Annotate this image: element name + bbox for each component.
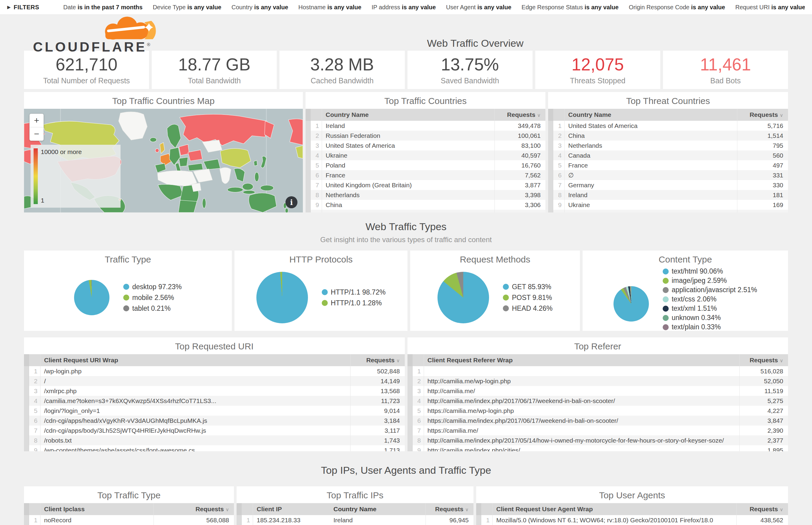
row-index: 4 — [553, 150, 565, 160]
legend-item: POST 9.81% — [503, 294, 552, 302]
column-header[interactable]: Requests ∨ — [350, 354, 405, 366]
column-header[interactable]: Country Name — [330, 503, 426, 515]
traffic-map-card: Top Traffic Countries Map — [24, 92, 303, 212]
cell: http://camilia.me/index.php/2017/05/14/h… — [424, 435, 740, 445]
legend-dot-icon — [663, 296, 669, 302]
registered-mark: ® — [147, 42, 150, 47]
table-gutter — [476, 503, 481, 515]
table-gutter — [24, 354, 29, 366]
legend-item: text/plain 0.33% — [663, 323, 757, 331]
table-gutter — [24, 376, 29, 386]
card-title: Top Traffic Countries — [306, 92, 545, 109]
top-referer-card: Top Referer Client Request Referer WrapR… — [408, 338, 788, 451]
traffic-ips-table: Client IPCountry NameRequests ∨1185.234.… — [237, 503, 473, 525]
cell: Netherlands — [322, 190, 494, 200]
pie-row: Traffic Type desktop 97.23%mobile 2.56%t… — [24, 251, 788, 331]
traffic-countries-table: Country NameRequests ∨1Ireland349,4782Ru… — [306, 109, 545, 212]
cell: noRecord — [41, 515, 153, 525]
threat-countries-table: Country NameRequests ∨1United States of … — [548, 109, 788, 212]
column-header[interactable]: Client IP — [253, 503, 330, 515]
table-row: 3http://camilia.me/11,519 — [408, 386, 788, 396]
cell: /wp-login.php — [41, 366, 350, 376]
column-header[interactable]: Requests ∨ — [736, 503, 788, 515]
table-row: 8Netherlands3,398 — [306, 190, 545, 200]
row-index: 3 — [553, 140, 565, 150]
cell: 568,088 — [153, 515, 234, 525]
column-header[interactable]: Country Name — [565, 109, 737, 121]
filters-expand-icon[interactable]: ▶ — [7, 4, 11, 10]
legend-gradient-bar — [33, 148, 38, 204]
row-index: 5 — [553, 160, 565, 170]
filter-item[interactable]: Country is any value — [232, 4, 288, 11]
zoom-out-button[interactable]: − — [30, 127, 43, 140]
filters-label[interactable]: FILTERS — [14, 4, 39, 11]
row-index: 3 — [413, 386, 424, 396]
cell: 83,100 — [494, 140, 545, 150]
cell: France — [565, 160, 737, 170]
table-row: 2/14,149 — [24, 376, 405, 386]
filter-item[interactable]: Origin Response Code is any value — [629, 4, 725, 11]
legend-item: HEAD 4.26% — [503, 304, 552, 313]
info-icon: i — [290, 198, 293, 207]
world-map[interactable]: + − 10000 or more 1 i — [24, 109, 303, 212]
filter-value: is any value — [771, 4, 805, 11]
filter-item[interactable]: User Agent is any value — [446, 4, 511, 11]
legend-dot-icon — [503, 284, 509, 290]
cell: Canada — [565, 150, 737, 160]
sort-chevron-icon: ∨ — [780, 358, 783, 363]
legend-dot-icon — [123, 284, 129, 290]
row-index: 6 — [553, 170, 565, 180]
row-index: 1 — [29, 366, 41, 376]
table-row: 2China1,514 — [548, 131, 788, 140]
cell: Canada — [322, 210, 494, 212]
legend-label: HTTP/1.1 98.72% — [331, 288, 386, 296]
column-header[interactable]: Requests ∨ — [153, 503, 234, 515]
filter-item[interactable]: Edge Response Status is any value — [521, 4, 619, 11]
section-title: Top IPs, User Agents and Traffic Type — [0, 464, 812, 476]
table-row: 9Ukraine169 — [548, 200, 788, 210]
cell: China — [322, 200, 494, 210]
cell: United Kingdom (Great Britain) — [322, 180, 494, 190]
table-row: 5/login/?login_only=19,014 — [24, 406, 405, 416]
filter-item[interactable]: Date is in the past 7 months — [63, 4, 143, 11]
request-methods-pie — [438, 272, 489, 323]
table-gutter — [408, 445, 413, 451]
column-header[interactable]: Client Ipclass — [41, 503, 153, 515]
cell: /login/?login_only=1 — [41, 406, 350, 416]
cell: /xmlrpc.php — [41, 386, 350, 396]
cell: Mozilla/5.0 (Windows NT 6.1; WOW64; rv:1… — [493, 515, 736, 525]
column-header[interactable]: Client Request User Agent Wrap — [493, 503, 736, 515]
request-methods-chart-card: Request Methods GET 85.93%POST 9.81%HEAD… — [410, 251, 580, 331]
filter-item[interactable]: IP address is any value — [371, 4, 436, 11]
filter-item[interactable]: Device Type is any value — [153, 4, 221, 11]
column-header[interactable]: Requests ∨ — [494, 109, 545, 121]
top-traffic-ips-card: Top Traffic IPs Client IPCountry NameReq… — [237, 486, 473, 525]
kpi-bad-bots: 11,461 Bad Bots — [663, 51, 788, 89]
column-header[interactable]: Requests ∨ — [426, 503, 473, 515]
column-header[interactable]: Requests ∨ — [739, 354, 788, 366]
cell: ∅ — [565, 170, 737, 180]
cell: Ireland — [322, 121, 494, 131]
table-gutter — [548, 109, 553, 121]
column-header[interactable]: Client Request Referer Wrap — [424, 354, 740, 366]
row-index: 3 — [311, 140, 322, 150]
column-header[interactable]: Country Name — [322, 109, 494, 121]
cell: https://camilia.me/index.php/2017/06/17/… — [424, 416, 740, 425]
zoom-in-button[interactable]: + — [30, 114, 43, 127]
column-header[interactable]: Requests ∨ — [737, 109, 788, 121]
cell: Singapore — [565, 210, 737, 212]
cell: 3,184 — [350, 416, 405, 425]
info-button[interactable]: i — [285, 196, 297, 208]
legend-label: HTTP/1.0 1.28% — [331, 299, 382, 307]
card-title: Top Referer — [408, 338, 788, 354]
request-methods-legend: GET 85.93%POST 9.81%HEAD 4.26% — [503, 283, 552, 313]
filter-item[interactable]: Hostname is any value — [298, 4, 361, 11]
filter-item[interactable]: Request URI is any value — [735, 4, 805, 11]
column-header[interactable]: Client Request URI Wrap — [41, 354, 350, 366]
cell: 3,877 — [494, 180, 545, 190]
table-row: 1United States of America5,716 — [548, 121, 788, 131]
row-index: 1 — [481, 515, 493, 525]
legend-item: tablet 0.21% — [123, 304, 182, 313]
kpi-label: Total Number of Requests — [43, 76, 130, 85]
filter-field: Request URI — [735, 4, 770, 11]
